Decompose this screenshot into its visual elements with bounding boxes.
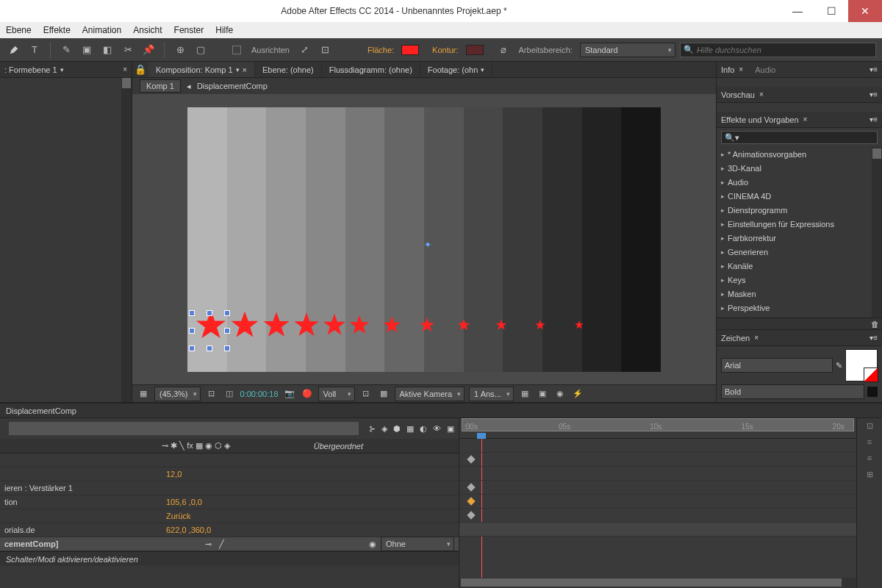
effects-panel-header[interactable]: Effekte und Vorgaben×▾≡: [717, 112, 882, 128]
lock-icon[interactable]: 🔒: [132, 62, 148, 78]
close-icon[interactable]: ×: [123, 65, 127, 74]
menu-animation[interactable]: Animation: [82, 25, 121, 35]
tl-tool-icon[interactable]: ⊱: [369, 424, 376, 434]
close-button[interactable]: ✕: [848, 0, 882, 22]
text-tool-icon[interactable]: T: [26, 42, 43, 58]
timeline-row[interactable]: 12,0: [0, 467, 459, 481]
effect-category[interactable]: * Animationsvorgaben: [717, 147, 882, 161]
trash-icon[interactable]: 🗑: [871, 320, 879, 329]
tl-tool-icon[interactable]: 👁: [433, 424, 441, 433]
box-icon[interactable]: ▢: [193, 42, 209, 58]
timeline-row-selected[interactable]: cementComp] ⊸ ╱ ◉ Ohne: [0, 537, 459, 551]
brush-tool-icon[interactable]: ✎: [58, 42, 74, 58]
mask-icon[interactable]: ◫: [223, 387, 236, 401]
timeline-tracks[interactable]: [459, 439, 856, 578]
tab-footage[interactable]: Footage: (ohn▾: [420, 62, 493, 77]
layer-panel-tab[interactable]: : Formebene 1▾×: [0, 62, 132, 78]
font-family-dropdown[interactable]: Arial: [721, 358, 833, 373]
effect-category[interactable]: Generieren: [717, 245, 882, 259]
effect-category[interactable]: Audio: [717, 175, 882, 189]
snapshot-icon[interactable]: 📷: [283, 387, 296, 401]
preview-panel-header[interactable]: Vorschau×▾≡: [717, 87, 882, 103]
timeline-footer[interactable]: Schalter/Modi aktivieren/deaktivieren: [0, 551, 459, 566]
tab-flussdiagramm[interactable]: Flussdiagramm: (ohne): [322, 62, 420, 77]
menu-fenster[interactable]: Fenster: [174, 25, 204, 35]
pen-tool-icon[interactable]: [6, 42, 22, 58]
eraser-tool-icon[interactable]: ◧: [99, 42, 115, 58]
snap2-icon[interactable]: ⊡: [318, 42, 334, 58]
breadcrumb-komp1[interactable]: Komp 1: [140, 79, 181, 93]
menu-ansicht[interactable]: Ansicht: [133, 25, 162, 35]
roto-tool-icon[interactable]: ✂: [120, 42, 136, 58]
snap-icon[interactable]: ⤢: [297, 42, 313, 58]
h-scrollbar[interactable]: [459, 578, 856, 588]
fill-swatch[interactable]: [401, 45, 419, 55]
comp-viewer[interactable]: ✦: [132, 94, 716, 384]
roi-icon[interactable]: ⊡: [359, 387, 373, 401]
selection-handles[interactable]: [189, 310, 230, 351]
timeline-row[interactable]: ieren : Verstärker 1: [0, 481, 459, 495]
tl-tool-icon[interactable]: ◐: [420, 424, 427, 434]
menu-ebene[interactable]: Ebene: [6, 25, 32, 35]
tl-tool-icon[interactable]: ▦: [406, 424, 414, 434]
workspace-dropdown[interactable]: Standard: [580, 43, 675, 57]
maximize-button[interactable]: ☐: [814, 0, 848, 22]
audio-tab[interactable]: Audio: [755, 65, 775, 74]
effect-category[interactable]: Kanäle: [717, 259, 882, 273]
panel-menu-icon[interactable]: ▾≡: [870, 65, 878, 74]
side-icon[interactable]: ≡: [861, 453, 878, 465]
parent-dropdown[interactable]: Ohne: [381, 537, 454, 551]
side-icon[interactable]: ⊡: [861, 421, 878, 433]
tl-tool-icon[interactable]: ▣: [447, 424, 454, 434]
anchor-icon[interactable]: ⊕: [172, 42, 188, 58]
vf-icon-3[interactable]: ◉: [553, 387, 567, 401]
side-icon[interactable]: ⊞: [861, 470, 878, 481]
clone-tool-icon[interactable]: ▣: [79, 42, 95, 58]
crop-icon[interactable]: ⊡: [205, 387, 218, 401]
help-search[interactable]: 🔍: [680, 43, 876, 57]
text-color-swatch[interactable]: [845, 349, 878, 381]
effect-category[interactable]: Farbkorrektur: [717, 231, 882, 245]
time-nav-slider[interactable]: [9, 422, 359, 435]
stroke-swatch[interactable]: [466, 45, 484, 55]
timeline-row[interactable]: tion105,6 ,0,0: [0, 495, 459, 509]
resolution-dropdown[interactable]: Voll: [318, 387, 355, 401]
timeline-row[interactable]: orials.de622,0 ,360,0: [0, 523, 459, 537]
breadcrumb-displacement[interactable]: DisplacementComp: [197, 82, 268, 90]
scrollbar[interactable]: [121, 78, 132, 402]
vf-icon-2[interactable]: ▣: [536, 387, 549, 401]
link-icon[interactable]: ⌀: [495, 42, 512, 58]
views-dropdown[interactable]: 1 Ans...: [469, 387, 514, 401]
tl-tool-icon[interactable]: ◈: [381, 424, 387, 434]
pin-tool-icon[interactable]: 📌: [140, 42, 157, 58]
help-search-input[interactable]: [697, 46, 872, 54]
effect-category[interactable]: Einstellungen für Expressions: [717, 217, 882, 231]
transparency-icon[interactable]: ▩: [377, 387, 390, 401]
vf-icon-4[interactable]: ⚡: [571, 387, 584, 401]
effects-search[interactable]: 🔍▾: [721, 131, 878, 144]
timeline-row[interactable]: [0, 453, 459, 467]
zoom-dropdown[interactable]: (45,3%): [154, 387, 201, 401]
channel-icon[interactable]: 🔴: [301, 387, 314, 401]
align-checkbox[interactable]: [232, 46, 241, 54]
side-icon[interactable]: ≡: [861, 437, 878, 449]
camera-dropdown[interactable]: Aktive Kamera: [395, 387, 465, 401]
menu-effekte[interactable]: Effekte: [43, 25, 71, 35]
tab-ebene[interactable]: Ebene: (ohne): [255, 62, 322, 77]
effect-category[interactable]: Keys: [717, 273, 882, 287]
effect-category[interactable]: Dienstprogramm: [717, 203, 882, 217]
stroke-color-swatch[interactable]: [867, 387, 878, 397]
grid-icon[interactable]: ▦: [137, 387, 150, 401]
scrollbar[interactable]: [872, 147, 882, 318]
font-weight-dropdown[interactable]: Bold: [721, 384, 864, 399]
timeline-tab[interactable]: DisplacementComp: [0, 404, 882, 418]
effect-category[interactable]: CINEMA 4D: [717, 189, 882, 203]
tl-tool-icon[interactable]: ⬢: [393, 424, 401, 434]
time-ruler[interactable]: :00s 05s 10s 15s 20s ↖: [459, 418, 856, 439]
effect-category[interactable]: Masken: [717, 287, 882, 301]
timeline-row[interactable]: Zurück: [0, 509, 459, 523]
effect-category[interactable]: Perspektive: [717, 301, 882, 315]
info-panel-header[interactable]: Info× Audio ▾≡: [717, 62, 882, 78]
vf-icon-1[interactable]: ▦: [518, 387, 531, 401]
tab-komposition[interactable]: Komposition: Komp 1▾×: [148, 62, 255, 77]
